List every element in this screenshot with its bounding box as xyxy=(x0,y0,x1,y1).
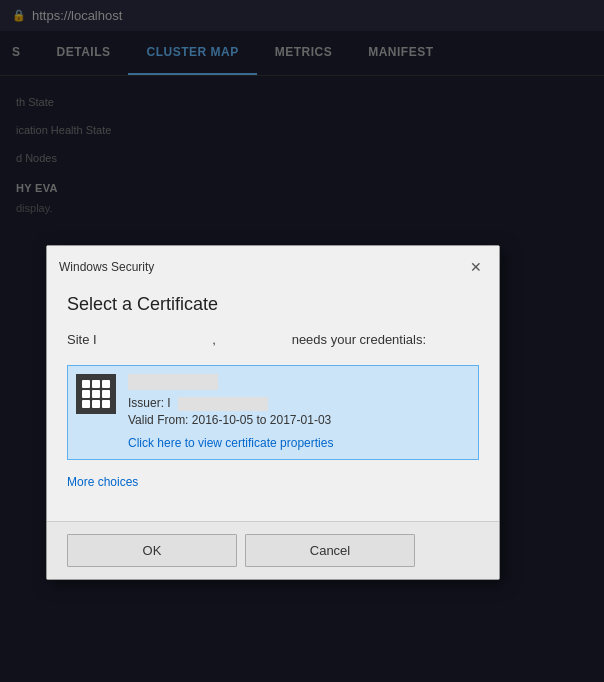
windows-security-dialog: Windows Security ✕ Select a Certificate … xyxy=(46,245,500,580)
ok-button[interactable]: OK xyxy=(67,534,237,567)
dialog-close-button[interactable]: ✕ xyxy=(465,256,487,278)
dialog-buttons: OK Cancel xyxy=(47,521,499,579)
dialog-title-text: Windows Security xyxy=(59,260,154,274)
cert-valid: Valid From: 2016-10-05 to 2017-01-03 xyxy=(128,413,470,427)
cancel-button[interactable]: Cancel xyxy=(245,534,415,567)
dialog-body: Select a Certificate Site I , needs your… xyxy=(47,286,499,521)
site-needs-text: Site I , needs your credentials: xyxy=(67,331,479,349)
cert-issuer-value xyxy=(178,397,268,411)
cert-properties-link[interactable]: Click here to view certificate propertie… xyxy=(128,436,333,450)
certificate-item[interactable]: Issuer: I Valid From: 2016-10-05 to 2017… xyxy=(67,365,479,460)
cert-issuer: Issuer: I xyxy=(128,396,470,411)
dialog-heading: Select a Certificate xyxy=(67,294,479,315)
cert-details: Issuer: I Valid From: 2016-10-05 to 2017… xyxy=(128,374,470,451)
cert-icon xyxy=(76,374,116,414)
cert-name-box xyxy=(128,374,218,390)
dialog-overlay: Windows Security ✕ Select a Certificate … xyxy=(0,0,604,682)
more-choices-link[interactable]: More choices xyxy=(67,475,138,489)
dialog-titlebar: Windows Security ✕ xyxy=(47,246,499,286)
